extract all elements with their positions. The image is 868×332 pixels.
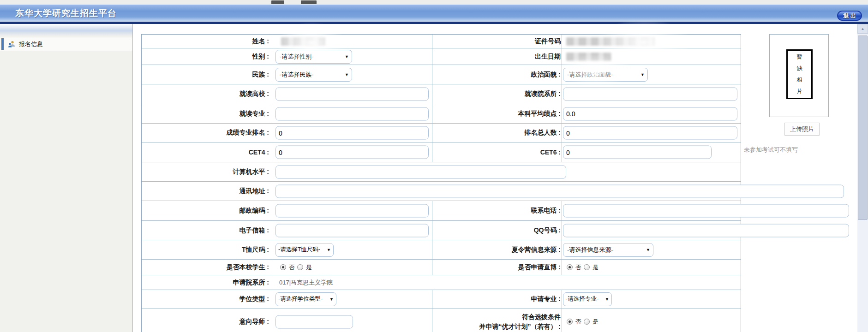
sidebar-item-registration-info[interactable]: 报名信息 — [0, 37, 132, 51]
direct-phd-radio-group: 否 是 — [567, 260, 599, 275]
field-label-rank: 成绩专业排名 : — [142, 124, 271, 142]
radio-yes[interactable] — [297, 264, 303, 270]
apply-major-select[interactable]: -请选择专业- ▼ — [563, 292, 612, 306]
chevron-down-icon: ▼ — [329, 297, 334, 302]
local-student-radio-group: 否 是 — [280, 260, 312, 275]
field-label-rank-total: 排名总人数 : — [432, 124, 563, 142]
registration-form-table: 姓名 : 证件号码 性别 : -请选择性别- ▼ 出生日期 民族 : - — [141, 34, 741, 332]
rank-total-input[interactable] — [563, 126, 737, 140]
divider — [272, 308, 272, 332]
field-label-qq: QQ号码 : — [432, 221, 563, 240]
qq-input[interactable] — [563, 224, 849, 237]
radio-yes[interactable] — [584, 319, 590, 325]
major-input[interactable] — [275, 107, 429, 120]
political-status-select[interactable]: -请选择政治面貌- ▼ — [563, 68, 648, 82]
radio-yes[interactable] — [584, 264, 590, 270]
upload-photo-button[interactable]: 上传照片 — [784, 123, 820, 136]
university-input[interactable] — [275, 88, 429, 101]
computer-level-input[interactable] — [275, 165, 566, 178]
field-label-postcode: 邮政编码 : — [142, 201, 271, 220]
user-icon — [8, 40, 16, 48]
divider — [272, 84, 272, 104]
tshirt-size-select[interactable]: -请选择T恤尺码- ▼ — [275, 243, 334, 257]
ethnicity-select-value: -请选择民族- — [280, 71, 314, 79]
divider — [272, 275, 272, 290]
divider — [272, 48, 272, 65]
form-row-local-directphd: 是否本校学生 : 否 是 是否申请直博 : 否 是 — [142, 260, 741, 275]
logout-button[interactable]: 退出 — [837, 11, 862, 21]
form-row-major-gpa: 就读专业 : 本科平均绩点 : — [142, 104, 741, 124]
scrollbar-up-arrow[interactable]: ▲ — [857, 24, 868, 34]
cet6-input[interactable] — [563, 146, 712, 159]
field-label-id-number: 证件号码 — [432, 35, 563, 48]
field-label-address: 通讯地址 : — [142, 182, 271, 201]
advisor-input[interactable] — [275, 315, 353, 328]
scrollbar-thumb[interactable] — [858, 36, 868, 220]
field-label-ethnicity: 民族 : — [142, 65, 271, 84]
address-input[interactable] — [275, 184, 844, 198]
browser-remnant — [271, 0, 284, 4]
divider — [272, 104, 272, 123]
redacted-name-value — [281, 37, 325, 46]
form-row-rank: 成绩专业排名 : 排名总人数 : — [142, 124, 741, 142]
form-row-email-qq: 电子信箱 : QQ号码 : — [142, 221, 741, 240]
ethnicity-select[interactable]: -请选择民族- ▼ — [275, 68, 352, 82]
postcode-input[interactable] — [275, 204, 429, 218]
sidebar-top-gradient — [0, 24, 132, 36]
degree-type-select[interactable]: -请选择学位类型- ▼ — [275, 292, 336, 306]
rank-input[interactable] — [275, 126, 429, 140]
chevron-down-icon: ▼ — [327, 248, 331, 252]
divider — [272, 162, 272, 181]
department-input[interactable] — [563, 88, 737, 101]
chevron-down-icon: ▼ — [641, 72, 645, 77]
field-label-apply-major: 申请专业 : — [432, 290, 563, 308]
gender-select-value: -请选择性别- — [280, 53, 314, 61]
page-title: 东华大学研究生招生平台 — [15, 5, 117, 22]
chevron-down-icon: ▼ — [646, 248, 650, 252]
vertical-scrollbar[interactable]: ▲ — [857, 24, 868, 332]
field-label-advisor: 意向导师 : — [142, 308, 271, 332]
field-label-degree-type: 学位类型 : — [142, 290, 271, 308]
sidebar-item-label: 报名信息 — [19, 37, 43, 51]
info-source-select[interactable]: -请选择信息来源- ▼ — [563, 243, 653, 257]
field-label-gender: 性别 : — [142, 48, 271, 65]
phone-input[interactable] — [563, 204, 849, 218]
degree-type-select-value: -请选择学位类型- — [278, 295, 323, 303]
field-label-computer-level: 计算机水平 : — [142, 162, 271, 181]
radio-no[interactable] — [280, 264, 286, 270]
form-row-university-department: 就读高校 : 就读院系所 : — [142, 84, 741, 104]
divider — [272, 221, 272, 240]
divider — [272, 290, 272, 308]
divider — [272, 182, 272, 201]
divider — [272, 201, 272, 220]
photo-missing-frame: 暂 缺 相 片 — [786, 49, 813, 99]
info-source-select-value: -请选择信息来源- — [567, 246, 613, 254]
form-row-tshirt-source: T恤尺码 : -请选择T恤尺码- ▼ 夏令营信息来源 : -请选择信息来源- ▼ — [142, 240, 741, 260]
field-label-gpa: 本科平均绩点 : — [432, 104, 563, 123]
radio-yes-label: 是 — [593, 263, 599, 272]
field-label-tshirt-size: T恤尺码 : — [142, 240, 271, 259]
chevron-down-icon: ▼ — [345, 54, 349, 59]
gender-select[interactable]: -请选择性别- ▼ — [275, 50, 352, 64]
form-row-cet: CET4 : CET6 : — [142, 142, 741, 162]
cet6-note: 未参加考试可不填写 — [744, 146, 798, 154]
cet4-input[interactable] — [275, 146, 429, 159]
email-input[interactable] — [275, 224, 429, 237]
radio-no[interactable] — [567, 319, 573, 325]
radio-yes-label: 是 — [306, 263, 312, 272]
talent-plan-radio-group: 否 是 — [567, 308, 599, 332]
photo-placeholder-box: 暂 缺 相 片 — [769, 34, 829, 117]
form-row-degree-major: 学位类型 : -请选择学位类型- ▼ 申请专业 : -请选择专业- ▼ — [142, 290, 741, 308]
field-label-birth-date: 出生日期 — [432, 48, 563, 65]
field-label-cet4: CET4 : — [142, 142, 271, 162]
radio-no[interactable] — [567, 264, 573, 270]
redacted-id-number-value — [566, 37, 655, 46]
form-row-name-id: 姓名 : 证件号码 — [142, 35, 741, 48]
browser-chrome-strip — [0, 0, 868, 5]
field-label-department: 就读院系所 : — [432, 84, 563, 104]
field-label-phone: 联系电话 : — [432, 201, 563, 220]
divider — [272, 142, 272, 162]
radio-no-label: 否 — [575, 318, 581, 326]
chevron-down-icon: ▼ — [345, 72, 349, 77]
gpa-input[interactable] — [563, 107, 737, 120]
